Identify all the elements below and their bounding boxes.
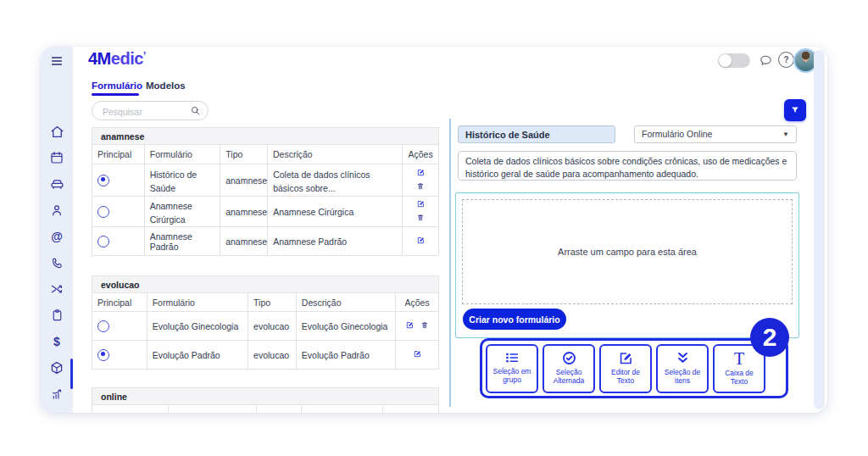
form-type: evolucao (248, 341, 297, 369)
form-name: Anamnese Cirúrgica (150, 197, 214, 225)
search-icon (190, 105, 201, 116)
form-group-evolucao: evolucao Principal Formulário Tipo Descr… (92, 275, 439, 370)
chat-bubble-icon[interactable] (757, 52, 774, 69)
form-description-textarea[interactable]: Coleta de dados clínicos básicos sobre c… (458, 151, 797, 181)
help-icon[interactable]: ? (778, 52, 794, 68)
calendar-icon[interactable] (41, 147, 73, 168)
menu-icon[interactable] (41, 51, 73, 71)
form-type: anamnese (220, 164, 268, 196)
trash-icon[interactable] (416, 181, 425, 192)
toggle-knob (719, 54, 732, 67)
app-logo: 4Medic’ (88, 49, 146, 69)
principal-radio[interactable] (97, 320, 109, 332)
dropzone-hint: Arraste um campo para esta área (558, 247, 697, 257)
table-row: Evolução Padrão evolucao Evolução Padrão (92, 341, 439, 370)
col-formulario: Formulário (147, 293, 248, 311)
sidebar: @ $ ⚙ (41, 47, 73, 413)
trash-icon[interactable] (420, 320, 429, 331)
principal-radio[interactable] (97, 206, 109, 218)
form-group-online: online (92, 387, 439, 413)
table-row: Anamnese Cirúrgica anamnese Anamnese Cir… (92, 197, 439, 227)
patient-icon[interactable] (41, 200, 73, 220)
waiting-room-icon[interactable] (41, 174, 73, 194)
tab-modelos[interactable]: Modelos (146, 81, 186, 91)
edit-square-icon (618, 350, 634, 366)
form-type-value: Formulário Online (642, 129, 712, 139)
col-acoes: Ações (403, 145, 438, 164)
double-chevron-down-icon (675, 350, 691, 366)
search-box[interactable] (92, 101, 209, 120)
bulleted-list-icon (504, 350, 520, 365)
form-type: anamnese (220, 227, 268, 255)
form-desc: Coleta de dados clínicos básicos sobre..… (273, 165, 397, 194)
table-row: Histórico de Saúde anamnese Coleta de da… (92, 164, 439, 197)
mentions-icon[interactable]: @ (41, 226, 73, 247)
sidebar-active-indicator (70, 359, 73, 389)
scrollbar-track[interactable] (814, 50, 825, 409)
edit-icon[interactable] (405, 320, 415, 331)
field-selecao-em-grupo[interactable]: Seleção em grupo (486, 344, 538, 393)
table-row: Evolução Ginecologia evolucao Evolução G… (92, 312, 439, 341)
search-input[interactable] (101, 103, 189, 120)
check-circle-icon (561, 350, 577, 366)
form-name: Anamnese Padrão (145, 227, 220, 255)
clipboard-icon[interactable] (41, 305, 73, 325)
dropdown-caret-icon: ▼ (782, 126, 789, 143)
edit-icon[interactable] (416, 199, 426, 210)
edit-icon[interactable] (416, 236, 426, 247)
field-dropzone[interactable]: Arraste um campo para esta área (462, 199, 793, 304)
edit-icon[interactable] (413, 349, 422, 360)
form-type-select[interactable]: Formulário Online ▼ (634, 125, 797, 143)
field-label: Caixa de Texto (715, 369, 763, 386)
form-desc: Evolução Padrão (297, 341, 396, 369)
form-desc: Evolução Ginecologia (297, 312, 396, 340)
form-name-input[interactable] (458, 125, 615, 143)
table-row: Anamnese Padrão anamnese Anamnese Padrão (92, 227, 439, 256)
package-icon[interactable] (41, 358, 73, 378)
logo-suffix: ’ (143, 49, 146, 62)
billing-icon[interactable]: $ (41, 331, 73, 352)
field-label: Seleção em grupo (488, 367, 536, 384)
statistics-icon[interactable] (41, 384, 73, 404)
shuffle-icon[interactable] (41, 279, 73, 299)
tab-active-underline (92, 93, 139, 96)
panel-divider (449, 119, 451, 407)
home-icon[interactable] (41, 121, 73, 142)
field-label: Seleção Alternada (545, 368, 593, 385)
settings-icon[interactable]: ⚙ (41, 410, 73, 413)
tab-formulario[interactable]: Formulário (92, 81, 142, 91)
create-form-button[interactable]: Criar novo formulário (463, 309, 566, 330)
form-type: evolucao (248, 312, 297, 340)
group-title: online (92, 387, 439, 405)
col-descricao: Descrição (268, 145, 403, 164)
theme-toggle[interactable] (718, 53, 750, 68)
text-icon: T (734, 350, 744, 367)
trash-icon[interactable] (416, 213, 425, 224)
group-title: evolucao (92, 275, 439, 293)
col-tipo: Tipo (248, 293, 297, 311)
field-selecao-de-itens[interactable]: Seleção de itens (656, 344, 709, 393)
filter-button[interactable] (784, 99, 806, 121)
form-type: anamnese (220, 197, 268, 226)
field-selecao-alternada[interactable]: Seleção Alternada (542, 344, 595, 393)
principal-radio[interactable] (97, 236, 109, 247)
principal-radio[interactable] (97, 349, 109, 361)
table-header-row (92, 405, 439, 413)
form-desc: Anamnese Padrão (268, 227, 403, 255)
field-editor-de-texto[interactable]: Editor de Texto (599, 344, 652, 393)
form-group-anamnese: anamnese Principal Formulário Tipo Descr… (92, 127, 439, 256)
form-desc: Anamnese Cirúrgica (268, 197, 403, 226)
col-principal: Principal (92, 145, 145, 164)
field-label: Seleção de itens (659, 368, 706, 385)
table-header-row: Principal Formulário Tipo Descrição Açõe… (92, 145, 439, 164)
form-name: Histórico de Saúde (150, 165, 214, 194)
phone-icon[interactable] (41, 253, 73, 273)
form-name: Evolução Padrão (147, 341, 248, 369)
app-window: @ $ ⚙ 4Medic’ ? Formulário Modelo (41, 47, 827, 413)
edit-icon[interactable] (416, 168, 426, 179)
principal-radio[interactable] (97, 175, 109, 186)
group-title: anamnese (92, 127, 439, 145)
field-label: Editor de Texto (602, 368, 649, 385)
col-tipo: Tipo (220, 145, 268, 164)
field-palette: Seleção em grupo Seleção Alternada Edito… (480, 338, 788, 398)
